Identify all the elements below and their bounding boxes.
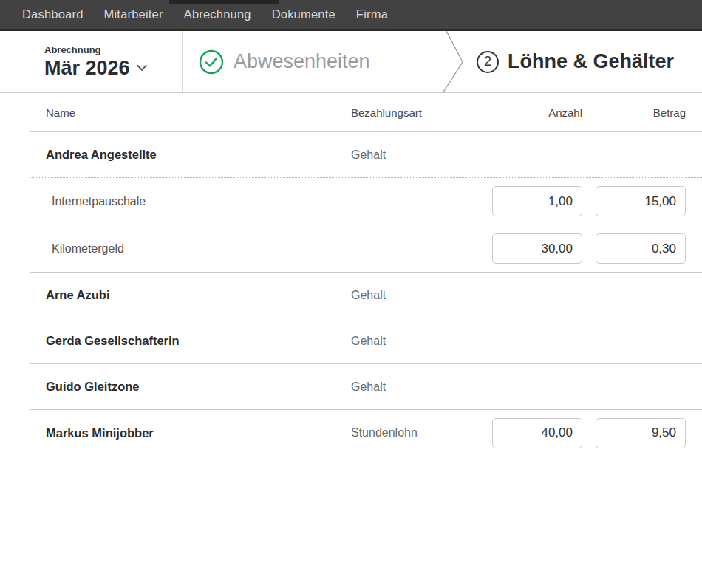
anzahl-cell	[477, 418, 582, 448]
betrag-input[interactable]	[596, 418, 686, 448]
addon-row: Kilometergeld	[30, 225, 702, 273]
payment-type: Gehalt	[351, 335, 477, 348]
step-separator-chevron	[441, 31, 465, 93]
employee-name: Gerda Gesellschafterin	[30, 334, 351, 348]
period-section-label: Abrechnung	[44, 44, 182, 55]
check-circle-icon	[199, 49, 224, 75]
betrag-cell	[582, 418, 702, 448]
payment-type: Gehalt	[351, 380, 477, 394]
period-value-text: Mär 2026	[44, 57, 130, 80]
employee-name: Markus Minijobber	[30, 426, 351, 440]
anzahl-input[interactable]	[492, 233, 582, 264]
anzahl-input[interactable]	[492, 186, 582, 216]
payment-type: Gehalt	[351, 148, 477, 162]
period-value[interactable]: Mär 2026	[44, 57, 182, 80]
step-abwesenheiten[interactable]: Abwesenheiten	[183, 31, 441, 92]
employee-row: Andrea AngestellteGehalt	[30, 132, 702, 178]
period-selector[interactable]: Abrechnung Mär 2026	[0, 31, 183, 92]
step-loehne-gehaelter[interactable]: 2 Löhne & Gehälter	[465, 31, 674, 92]
payment-type: Stundenlohn	[351, 426, 477, 440]
betrag-cell	[582, 186, 702, 216]
payment-type: Gehalt	[351, 289, 477, 302]
column-header-betrag: Betrag	[582, 106, 702, 119]
nav-item-abrechnung[interactable]: Abrechnung	[174, 0, 262, 29]
addon-name: Kilometergeld	[30, 242, 351, 256]
column-header-name: Name	[30, 106, 351, 119]
anzahl-input[interactable]	[492, 418, 582, 448]
betrag-input[interactable]	[596, 233, 686, 264]
employee-row: Guido GleitzoneGehalt	[30, 364, 702, 410]
wizard-stepper: Abrechnung Mär 2026 Abwesenheiten 2 Löhn…	[0, 31, 702, 93]
betrag-cell	[582, 233, 702, 264]
step-label: Löhne & Gehälter	[508, 50, 674, 73]
nav-item-mitarbeiter[interactable]: Mitarbeiter	[94, 0, 174, 29]
nav-item-dashboard[interactable]: Dashboard	[12, 0, 94, 29]
column-header-bezahlungsart: Bezahlungsart	[351, 106, 477, 119]
step-number-badge: 2	[477, 51, 499, 73]
betrag-input[interactable]	[596, 186, 686, 216]
employee-row: Markus MinijobberStundenlohn	[30, 410, 702, 456]
table-header-row: Name Bezahlungsart Anzahl Betrag	[30, 93, 702, 132]
addon-name: Internetpauschale	[30, 195, 351, 208]
column-header-anzahl: Anzahl	[477, 106, 582, 119]
employee-name: Arne Azubi	[30, 288, 351, 302]
employee-name: Andrea Angestellte	[30, 148, 351, 162]
table-body: Andrea AngestellteGehaltInternetpauschal…	[30, 132, 702, 456]
step-label: Abwesenheiten	[234, 50, 370, 73]
employee-row: Arne AzubiGehalt	[30, 273, 702, 318]
anzahl-cell	[477, 233, 582, 264]
employee-name: Guido Gleitzone	[30, 380, 351, 394]
payroll-table: Name Bezahlungsart Anzahl Betrag Andrea …	[30, 93, 702, 456]
nav-item-firma[interactable]: Firma	[346, 0, 398, 29]
chevron-down-icon	[137, 61, 147, 71]
top-navigation: Dashboard Mitarbeiter Abrechnung Dokumen…	[0, 0, 702, 31]
addon-row: Internetpauschale	[30, 178, 702, 225]
anzahl-cell	[477, 186, 582, 216]
employee-row: Gerda GesellschafterinGehalt	[30, 318, 702, 364]
nav-item-dokumente[interactable]: Dokumente	[262, 0, 346, 29]
